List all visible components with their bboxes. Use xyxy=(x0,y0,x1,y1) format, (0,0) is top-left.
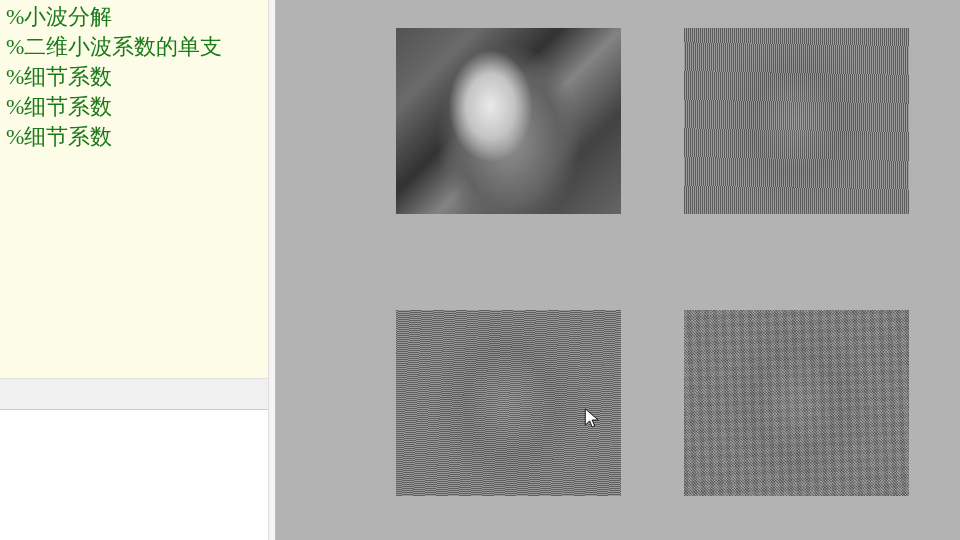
code-comment-line: %小波分解 xyxy=(6,2,262,32)
code-comment-line: %细节系数 xyxy=(6,122,262,152)
vertical-detail-image xyxy=(396,310,621,496)
code-comment-line: %细节系数 xyxy=(6,62,262,92)
code-comment-line: %二维小波系数的单支 xyxy=(6,32,262,62)
output-panel[interactable] xyxy=(0,410,268,540)
approximation-image xyxy=(396,28,621,214)
subplot-horizontal-detail xyxy=(684,28,909,214)
subplot-vertical-detail xyxy=(396,310,621,496)
subplot-diagonal-detail xyxy=(684,310,909,496)
figure-window[interactable] xyxy=(276,0,960,540)
app-root: %小波分解 %二维小波系数的单支 %细节系数 %细节系数 %细节系数 xyxy=(0,0,960,540)
code-editor[interactable]: %小波分解 %二维小波系数的单支 %细节系数 %细节系数 %细节系数 xyxy=(0,0,268,378)
diagonal-detail-image xyxy=(684,310,909,496)
code-comment-line: %细节系数 xyxy=(6,92,262,122)
panel-separator-bar xyxy=(0,378,268,410)
left-panel: %小波分解 %二维小波系数的单支 %细节系数 %细节系数 %细节系数 xyxy=(0,0,268,540)
subplot-approximation xyxy=(396,28,621,214)
horizontal-detail-image xyxy=(684,28,909,214)
vertical-splitter[interactable] xyxy=(268,0,276,540)
